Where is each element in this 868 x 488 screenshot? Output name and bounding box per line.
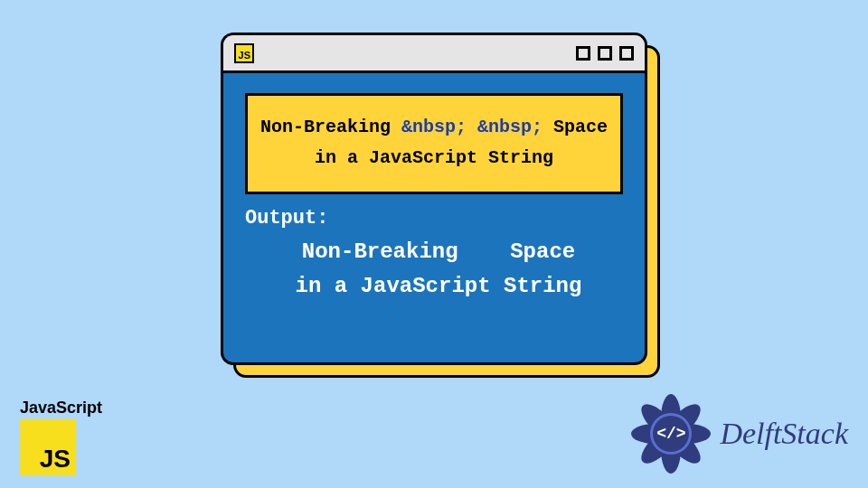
close-icon xyxy=(619,46,634,61)
code-text: Space xyxy=(542,117,608,137)
output-body: Non-Breaking Spacein a JavaScript String xyxy=(245,235,623,305)
window: JS Non-Breaking &nbsp; &nbsp; Space in a… xyxy=(221,33,647,365)
mandala-icon: </> xyxy=(631,394,711,474)
code-line-2: in a JavaScript String xyxy=(259,143,609,174)
output-line-1: Non-Breaking Space xyxy=(254,235,623,269)
delftstack-label: DelftStack xyxy=(720,417,848,451)
nbsp-entity: &nbsp; xyxy=(477,117,542,137)
output-line-2: in a JavaScript String xyxy=(254,269,623,304)
code-line-1: Non-Breaking &nbsp; &nbsp; Space xyxy=(259,112,609,143)
titlebar-left: JS xyxy=(234,43,254,63)
maximize-icon xyxy=(598,46,612,61)
nbsp-entity: &nbsp; xyxy=(401,117,467,137)
titlebar: JS xyxy=(223,35,645,73)
output-block: Output: Non-Breaking Spacein a JavaScrip… xyxy=(245,207,623,305)
delftstack-badge: </> DelftStack xyxy=(631,394,848,474)
minimize-icon xyxy=(576,46,590,61)
js-icon: JS xyxy=(20,419,76,475)
javascript-label: JavaScript xyxy=(20,399,128,418)
output-label: Output: xyxy=(245,207,623,230)
window-stage: JS Non-Breaking &nbsp; &nbsp; Space in a… xyxy=(221,33,647,365)
javascript-logo: JavaScript JS xyxy=(20,399,128,475)
js-icon: JS xyxy=(234,43,254,63)
code-text: Non-Breaking xyxy=(260,117,401,137)
code-text xyxy=(467,117,477,137)
titlebar-right xyxy=(576,46,634,61)
code-card: Non-Breaking &nbsp; &nbsp; Space in a Ja… xyxy=(245,93,623,194)
